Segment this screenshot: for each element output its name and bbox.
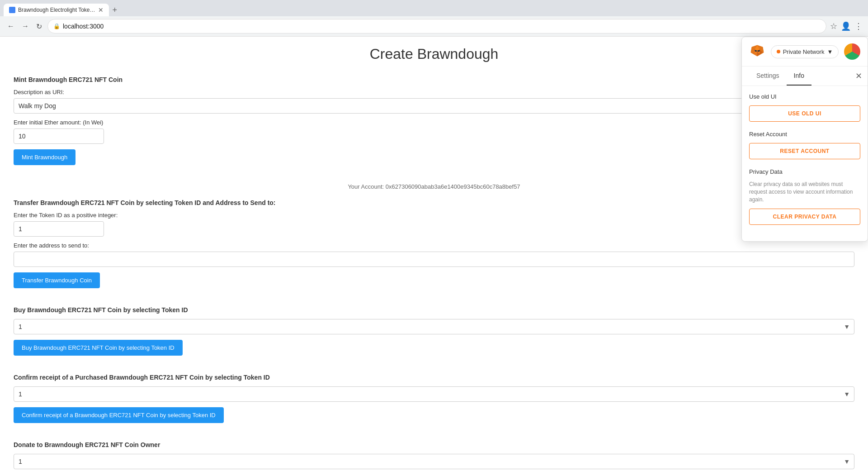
confirm-select-wrapper: 1 ▼ bbox=[14, 386, 854, 402]
forward-button[interactable]: → bbox=[20, 20, 31, 32]
token-id-input[interactable] bbox=[14, 221, 104, 237]
metamask-avatar[interactable] bbox=[844, 43, 860, 60]
lock-icon: 🔒 bbox=[53, 23, 60, 29]
metamask-tabs: Settings Info ✕ bbox=[742, 67, 868, 86]
confirm-section: Confirm receipt of a Purchased Brawndoug… bbox=[14, 374, 854, 432]
reset-account-label: Reset Account bbox=[749, 131, 860, 138]
back-button[interactable]: ← bbox=[5, 20, 16, 32]
new-tab-button[interactable]: + bbox=[109, 5, 121, 15]
buy-button[interactable]: Buy Brawndough ERC721 NFT Coin by select… bbox=[14, 340, 183, 356]
confirm-button[interactable]: Confirm receipt of a Brawndough ERC721 N… bbox=[14, 407, 224, 423]
use-old-ui-button[interactable]: USE OLD UI bbox=[749, 105, 860, 122]
buy-select-wrapper: 1 ▼ bbox=[14, 319, 854, 334]
page-title: Create Brawndough bbox=[14, 46, 854, 62]
buy-token-select[interactable]: 1 bbox=[14, 319, 854, 334]
svg-point-7 bbox=[758, 52, 760, 53]
donate-token-select[interactable]: 1 bbox=[14, 454, 854, 469]
metamask-logo bbox=[749, 43, 765, 60]
ether-label: Enter initial Ether amount: (In Wei) bbox=[14, 119, 854, 126]
bookmark-button[interactable]: ☆ bbox=[830, 21, 837, 31]
url-text: localhost:3000 bbox=[63, 23, 104, 30]
transfer-section-title: Transfer Brawndough ERC721 NFT Coin by s… bbox=[14, 199, 854, 206]
donate-select-wrapper: 1 ▼ bbox=[14, 454, 854, 469]
account-info: Your Account: 0x627306090abab3a6e1400e93… bbox=[14, 183, 854, 190]
privacy-data-label: Privacy Data bbox=[749, 168, 860, 175]
donate-section-title: Donate to Brawndough ERC721 NFT Coin Own… bbox=[14, 441, 854, 448]
network-label: Private Network bbox=[783, 48, 825, 55]
transfer-section: Transfer Brawndough ERC721 NFT Coin by s… bbox=[14, 199, 854, 297]
metamask-body: Use old UI USE OLD UI Reset Account RESE… bbox=[742, 86, 868, 241]
token-id-label: Enter the Token ID as a positive integer… bbox=[14, 212, 854, 219]
mint-button[interactable]: Mint Brawndough bbox=[14, 149, 75, 165]
clear-privacy-button[interactable]: CLEAR PRIVACY DATA bbox=[749, 209, 860, 225]
tab-favicon bbox=[9, 7, 15, 13]
menu-button[interactable]: ⋮ bbox=[854, 21, 863, 31]
settings-tab[interactable]: Settings bbox=[749, 67, 787, 86]
ether-input[interactable] bbox=[14, 129, 104, 144]
tab-title: Brawndough Electrolight Toke… bbox=[18, 7, 95, 13]
info-tab[interactable]: Info bbox=[787, 67, 811, 86]
reset-account-button[interactable]: RESET ACCOUNT bbox=[749, 143, 860, 159]
description-label: Description as URI: bbox=[14, 89, 854, 95]
metamask-header: Private Network ▼ bbox=[742, 37, 868, 67]
popup-close-button[interactable]: ✕ bbox=[855, 71, 862, 81]
confirm-section-title: Confirm receipt of a Purchased Brawndoug… bbox=[14, 374, 854, 381]
tab-close-button[interactable]: ✕ bbox=[98, 6, 104, 14]
mint-section-title: Mint Brawndough ERC721 NFT Coin bbox=[14, 76, 854, 83]
network-status-dot bbox=[777, 50, 780, 53]
description-input[interactable] bbox=[14, 98, 854, 114]
transfer-button[interactable]: Transfer Brawndough Coin bbox=[14, 272, 100, 288]
address-label: Enter the address to send to: bbox=[14, 242, 854, 249]
address-bar: ← → ↻ 🔒 localhost:3000 ☆ 👤 ⋮ bbox=[0, 16, 868, 36]
privacy-data-description: Clear privacy data so all websites must … bbox=[749, 181, 860, 203]
confirm-token-select[interactable]: 1 bbox=[14, 386, 854, 402]
network-button[interactable]: Private Network ▼ bbox=[771, 45, 839, 58]
buy-section: Buy Brawndough ERC721 NFT Coin by select… bbox=[14, 306, 854, 365]
network-chevron-icon: ▼ bbox=[827, 48, 833, 55]
mint-section: Mint Brawndough ERC721 NFT Coin Descript… bbox=[14, 76, 854, 174]
active-tab[interactable]: Brawndough Electrolight Toke… ✕ bbox=[4, 4, 109, 16]
url-bar[interactable]: 🔒 localhost:3000 bbox=[47, 19, 826, 33]
reload-button[interactable]: ↻ bbox=[34, 20, 44, 33]
metamask-popup: Private Network ▼ Settings Info ✕ Use ol… bbox=[741, 37, 868, 242]
use-old-ui-label: Use old UI bbox=[749, 93, 860, 100]
donate-section: Donate to Brawndough ERC721 NFT Coin Own… bbox=[14, 441, 854, 469]
profile-button[interactable]: 👤 bbox=[841, 21, 851, 31]
browser-actions: ☆ 👤 ⋮ bbox=[830, 21, 863, 31]
svg-point-6 bbox=[755, 52, 756, 53]
address-input[interactable] bbox=[14, 252, 854, 267]
page-content: Create Brawndough Mint Brawndough ERC721… bbox=[0, 37, 868, 476]
buy-section-title: Buy Brawndough ERC721 NFT Coin by select… bbox=[14, 306, 854, 314]
tab-bar: Brawndough Electrolight Toke… ✕ + bbox=[0, 0, 868, 16]
browser-chrome: Brawndough Electrolight Toke… ✕ + ← → ↻ … bbox=[0, 0, 868, 37]
